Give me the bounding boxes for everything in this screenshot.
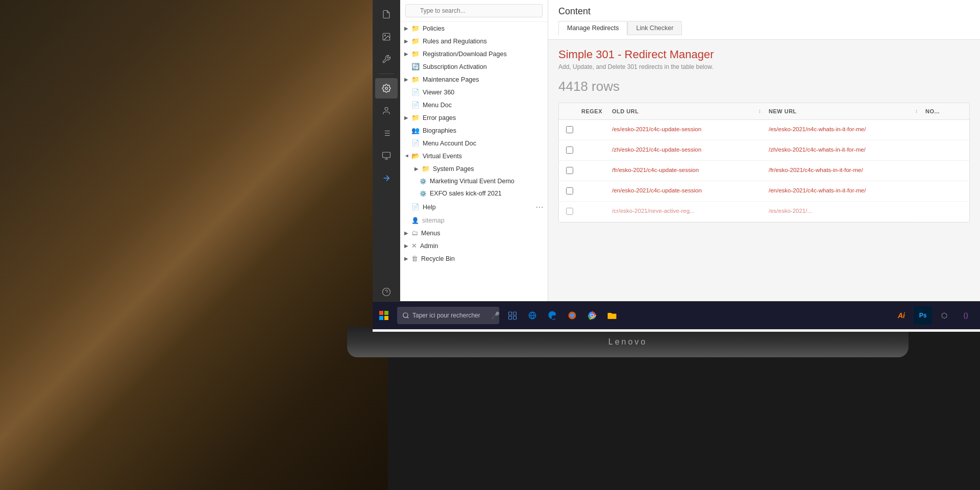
sidebar-icon-help[interactable]	[375, 282, 398, 302]
row4-sort	[756, 185, 767, 187]
tree-item-systempages[interactable]: ▶ 📁 System Pages	[400, 162, 548, 175]
tree-item-help[interactable]: ▶ 📄 Help ⋯	[400, 200, 548, 214]
error-folder-icon: 📁	[411, 114, 420, 121]
policies-label: Policies	[423, 25, 445, 32]
subscription-icon: 🔄	[411, 63, 420, 70]
systempages-arrow: ▶	[414, 166, 420, 172]
recycle-label: Recycle Bin	[421, 255, 455, 262]
row3-checkbox-cell	[564, 165, 579, 177]
search-input[interactable]	[405, 4, 543, 17]
svg-rect-18	[379, 316, 383, 320]
col-sort2[interactable]: ↕	[913, 107, 923, 115]
row1-checkbox[interactable]	[566, 126, 573, 133]
row4-checkbox-cell	[564, 185, 579, 197]
tree-item-exfo[interactable]: ▶ ⚙️ EXFO sales kick-off 2021	[400, 187, 548, 200]
sidebar-icon-monitor[interactable]	[375, 145, 398, 166]
redirect-manager-subtitle: Add, Update, and Delete 301 redirects in…	[558, 63, 970, 70]
sidebar-icon-image[interactable]	[375, 27, 398, 47]
sidebar-icon-person[interactable]	[375, 101, 398, 121]
content-title: Content	[558, 6, 591, 16]
col-old-url: OLD URL	[610, 107, 756, 115]
row1-notes	[923, 124, 964, 126]
sidebar-icon-document[interactable]	[375, 4, 398, 24]
svg-rect-19	[384, 316, 388, 320]
virtualevents-label: Virtual Events	[423, 153, 462, 160]
row2-sort	[756, 144, 767, 146]
row2-regex	[579, 144, 610, 146]
tree-item-marketing[interactable]: ▶ ⚙️ Marketing Virtual Event Demo	[400, 175, 548, 187]
svg-rect-23	[513, 312, 517, 315]
taskview-button[interactable]	[503, 306, 522, 325]
taskbar-search-bar[interactable]: 🎤	[397, 307, 499, 324]
recycle-trash-icon: 🗑	[411, 255, 418, 262]
tree-item-sitemap[interactable]: ▶ 👤 sitemap	[400, 214, 548, 227]
sidebar-icon-arrow[interactable]	[375, 168, 398, 188]
tree-item-viewer360[interactable]: ▶ 📄 Viewer 360	[400, 86, 548, 99]
row3-checkbox[interactable]	[566, 167, 573, 174]
table-row: /zh/esko-2021/c4c-update-session /zh/esk…	[559, 140, 969, 161]
col-regex: REGEX	[579, 107, 610, 115]
tab-link-checker[interactable]: Link Checker	[627, 21, 682, 35]
start-button[interactable]	[373, 302, 395, 330]
row4-checkbox[interactable]	[566, 187, 573, 194]
taskbar-mic-icon[interactable]: 🎤	[491, 311, 500, 320]
icon-sidebar	[373, 0, 400, 306]
taskbar-extra1-icon[interactable]: ⬡	[935, 306, 953, 325]
row2-checkbox[interactable]	[566, 146, 573, 154]
policies-arrow: ▶	[404, 26, 409, 31]
taskbar-search-input[interactable]	[412, 312, 489, 319]
row5-checkbox[interactable]	[566, 208, 573, 215]
tree-item-subscription[interactable]: ▶ 🔄 Subscription Activation	[400, 60, 548, 73]
row4-notes	[923, 185, 964, 187]
help-dots-menu[interactable]: ⋯	[535, 202, 544, 212]
help-page-icon: 📄	[411, 203, 420, 211]
tree-item-registration[interactable]: ▶ 📁 Registration/Download Pages	[400, 47, 548, 60]
row3-new-url: /fr/esko-2021/c4c-whats-in-it-for-me/	[767, 165, 913, 175]
taskbar-extra2-icon[interactable]: ⟨⟩	[957, 306, 975, 325]
tree-item-menus[interactable]: ▶ 🗂 Menus	[400, 227, 548, 239]
virtualevents-folder-icon: 📂	[411, 152, 420, 160]
tree-item-menudoc[interactable]: ▶ 📄 Menu Doc	[400, 99, 548, 111]
content-header: Content Manage Redirects Link Checker	[548, 0, 980, 40]
sidebar-icon-wrench[interactable]	[375, 49, 398, 69]
taskbar: 🎤	[373, 301, 980, 329]
tree-item-menuaccount[interactable]: ▶ 📄 Menu Account Doc	[400, 137, 548, 150]
cms-interface: 🔍 ▶ 📁 Policies ▶ 📁 Rules and Regulations	[373, 0, 980, 306]
tree-item-recycle[interactable]: ▶ 🗑 Recycle Bin	[400, 252, 548, 265]
tab-manage-redirects[interactable]: Manage Redirects	[558, 21, 627, 35]
help-label: Help	[423, 204, 436, 211]
taskbar-ps-icon[interactable]: Ps	[914, 306, 932, 325]
tree-content: ▶ 📁 Policies ▶ 📁 Rules and Regulations ▶…	[400, 22, 548, 306]
registration-arrow: ▶	[404, 51, 409, 57]
taskbar-explorer-icon[interactable]	[603, 306, 621, 325]
tree-item-rules[interactable]: ▶ 📁 Rules and Regulations	[400, 35, 548, 47]
row4-old-url: /en/esko-2021/c4c-update-session	[610, 185, 756, 195]
row1-sort	[756, 124, 767, 126]
taskbar-system-icons: Ai Ps ⬡ ⟨⟩	[892, 306, 980, 325]
taskbar-firefox-icon[interactable]	[563, 306, 581, 325]
taskbar-ie-icon[interactable]	[523, 306, 542, 325]
menudoc-label: Menu Doc	[423, 102, 452, 109]
sidebar-icon-list[interactable]	[375, 123, 398, 143]
taskbar-edge-icon[interactable]	[543, 306, 561, 325]
tree-item-maintenance[interactable]: ▶ 📁 Maintenance Pages	[400, 73, 548, 86]
search-bar: 🔍	[400, 0, 548, 22]
row3-notes	[923, 165, 964, 167]
col-sort1[interactable]: ↕	[756, 107, 767, 115]
row2-checkbox-cell	[564, 144, 579, 156]
row2-sort2	[913, 144, 923, 146]
row5-checkbox-cell	[564, 206, 579, 217]
tree-item-admin[interactable]: ▶ ✕ Admin	[400, 239, 548, 252]
svg-point-29	[570, 313, 574, 317]
rules-arrow: ▶	[404, 38, 409, 44]
taskbar-chrome-icon[interactable]	[583, 306, 601, 325]
svg-line-21	[407, 317, 409, 318]
tree-item-error[interactable]: ▶ 📁 Error pages	[400, 111, 548, 124]
tree-item-virtualevents[interactable]: ▼ 📂 Virtual Events	[400, 150, 548, 162]
systempages-folder-icon: 📁	[422, 165, 430, 173]
tabs-row: Manage Redirects Link Checker	[558, 21, 970, 35]
sidebar-icon-gear[interactable]	[375, 78, 398, 99]
tree-item-biographies[interactable]: ▶ 👥 Biographies	[400, 124, 548, 137]
taskbar-ai-icon[interactable]: Ai	[892, 306, 911, 325]
tree-item-policies[interactable]: ▶ 📁 Policies	[400, 22, 548, 35]
